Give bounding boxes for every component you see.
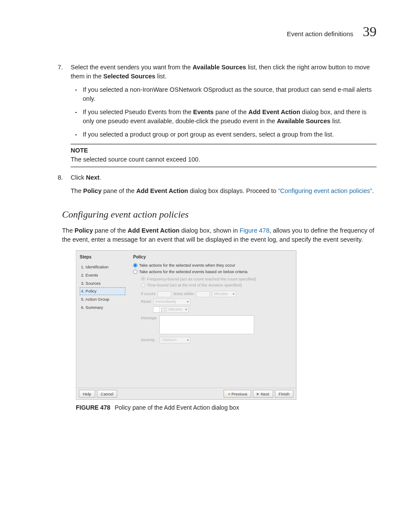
reset-dropdown: Immediately▾: [153, 299, 190, 305]
note-text: The selected source count cannot exceed …: [71, 155, 377, 164]
note-title: NOTE: [71, 146, 377, 155]
radio-criteria-label: Take actions for the selected events bas…: [139, 269, 247, 275]
term-available-sources: Available Sources: [193, 64, 246, 71]
step-7: Select the event senders you want from t…: [65, 63, 377, 167]
header-title: Event action definitions: [287, 29, 353, 39]
bullet-1: If you selected a non-IronWare OSNetwork…: [83, 85, 377, 103]
t: If you selected a product group or port …: [83, 131, 334, 138]
message-label: Message: [141, 315, 157, 321]
step7-bullets: If you selected a non-IronWare OSNetwork…: [71, 85, 377, 139]
add-event-action-dialog: Steps 1. Identification 2. Events 3. Sou…: [76, 250, 296, 400]
term-add-event-action: Add Event Action: [128, 227, 179, 234]
radio-criteria-input[interactable]: [133, 270, 137, 274]
footer-left: Help Cancel: [79, 390, 117, 398]
message-row: Message: [141, 315, 292, 334]
procedure-list: Select the event senders you want from t…: [34, 63, 377, 195]
t: If you selected Pseudo Events from the: [83, 109, 193, 115]
radio-time-label: Time-bound (act at the end of the durati…: [147, 282, 242, 288]
t: pane of the: [93, 227, 128, 234]
reset-value-spinner: ▴▾: [153, 306, 164, 313]
t: dialog box, shown in: [180, 227, 240, 234]
dd-label: Immediately: [156, 299, 177, 305]
help-button[interactable]: Help: [79, 390, 95, 398]
t: .: [372, 187, 374, 194]
step7-text: Select the event senders you want from t…: [71, 64, 370, 80]
t: .: [100, 174, 101, 181]
finish-button[interactable]: Finish: [275, 390, 293, 398]
radio-frequency-bound: Frequency-bound (act as count reached th…: [141, 276, 292, 282]
link-configuring-policies[interactable]: “Configuring event action policies”: [278, 187, 372, 194]
t: list.: [156, 73, 167, 80]
previous-button[interactable]: ◀Previous: [224, 390, 251, 398]
dialog-body: Steps 1. Identification 2. Events 3. Sou…: [76, 251, 296, 388]
severity-row: Severity <Select>▾: [141, 337, 292, 343]
criteria-subblock: Frequency-bound (act as count reached th…: [141, 276, 292, 344]
radio-criteria[interactable]: Take actions for the selected events bas…: [133, 269, 292, 275]
term-next: Next: [86, 174, 99, 181]
page-header: Event action definitions 39: [34, 22, 377, 41]
figure-caption: FIGURE 478Policy pane of the Add Event A…: [76, 403, 377, 412]
if-occurs-count-input: [158, 291, 171, 297]
note-block: NOTE The selected source count cannot ex…: [71, 144, 377, 167]
t: Select the event senders you want from t…: [71, 64, 193, 71]
bullet-2: If you selected Pseudo Events from the E…: [83, 108, 377, 126]
steps-title: Steps: [80, 254, 125, 261]
message-textarea: [159, 315, 254, 334]
if-occurs-label: If occurs: [141, 291, 156, 297]
term-add-event-action: Add Event Action: [136, 187, 188, 194]
policy-panel: Policy Take actions for the selected eve…: [129, 251, 296, 388]
step-identification[interactable]: 1. Identification: [80, 263, 125, 271]
t: The: [71, 187, 83, 194]
t: The: [62, 227, 75, 234]
figure-label: FIGURE 478: [76, 404, 110, 411]
step-8: Click Next. The Policy pane of the Add E…: [65, 173, 377, 196]
t: pane of the: [214, 109, 249, 115]
step-action-group[interactable]: 5. Action Group: [80, 296, 125, 303]
step-events[interactable]: 2. Events: [80, 271, 125, 279]
t: If you selected a non-IronWare OSNetwork…: [83, 86, 372, 102]
reset-label: Reset: [141, 299, 151, 305]
severity-label: Severity: [141, 337, 157, 343]
footer-right: ◀Previous ▶Next Finish: [224, 390, 293, 398]
btn-label: Previous: [231, 391, 247, 397]
t: list.: [330, 118, 342, 124]
severity-dropdown: <Select>▾: [159, 337, 190, 343]
chevron-down-icon: ▾: [187, 338, 189, 343]
radio-when-occur[interactable]: Take actions for the selected events whe…: [133, 262, 292, 268]
dd-label: Minutes: [214, 291, 228, 297]
dialog-footer: Help Cancel ◀Previous ▶Next Finish: [76, 388, 296, 399]
cancel-button[interactable]: Cancel: [97, 390, 118, 398]
term-policy: Policy: [83, 187, 102, 194]
radio-time-bound: Time-bound (act at the end of the durati…: [141, 282, 292, 288]
spinner-row: ▴▾ Minutes▾: [153, 306, 292, 313]
steps-panel: Steps 1. Identification 2. Events 3. Sou…: [76, 251, 129, 388]
if-occurs-row: If occurs times within Minutes▾: [141, 291, 292, 297]
t: dialog box displays. Proceed to: [188, 187, 278, 194]
figure-text: Policy pane of the Add Event Action dial…: [115, 404, 239, 411]
triangle-left-icon: ◀: [227, 392, 230, 397]
policy-title: Policy: [133, 254, 292, 261]
subheading: Configuring event action policies: [62, 208, 377, 221]
chevron-down-icon: ▾: [233, 292, 234, 297]
figure-478: Steps 1. Identification 2. Events 3. Sou…: [76, 250, 377, 412]
term-policy: Policy: [75, 227, 93, 234]
intro-paragraph: The Policy pane of the Add Event Action …: [62, 226, 377, 244]
chevron-down-icon: ▾: [185, 307, 187, 312]
reset-unit-dropdown: Minutes▾: [166, 306, 189, 313]
t: pane of the: [102, 187, 137, 194]
link-figure-478[interactable]: Figure 478: [240, 227, 269, 234]
step-policy[interactable]: 4. Policy: [80, 287, 125, 295]
step-summary[interactable]: 6. Summary: [80, 304, 125, 311]
step8-followup: The Policy pane of the Add Event Action …: [71, 187, 377, 196]
radio-when-occur-input[interactable]: [133, 263, 137, 268]
next-button[interactable]: ▶Next: [253, 390, 273, 398]
step-sources[interactable]: 3. Sources: [80, 280, 125, 287]
page-number: 39: [363, 22, 377, 41]
term-add-event-action: Add Event Action: [249, 109, 300, 115]
radio-time-input: [141, 283, 145, 287]
chevron-down-icon: ▾: [187, 299, 189, 305]
within-value-input: [196, 291, 210, 297]
radio-frequency-input: [141, 277, 145, 281]
triangle-right-icon: ▶: [257, 392, 259, 397]
within-unit-dropdown: Minutes▾: [212, 291, 236, 297]
